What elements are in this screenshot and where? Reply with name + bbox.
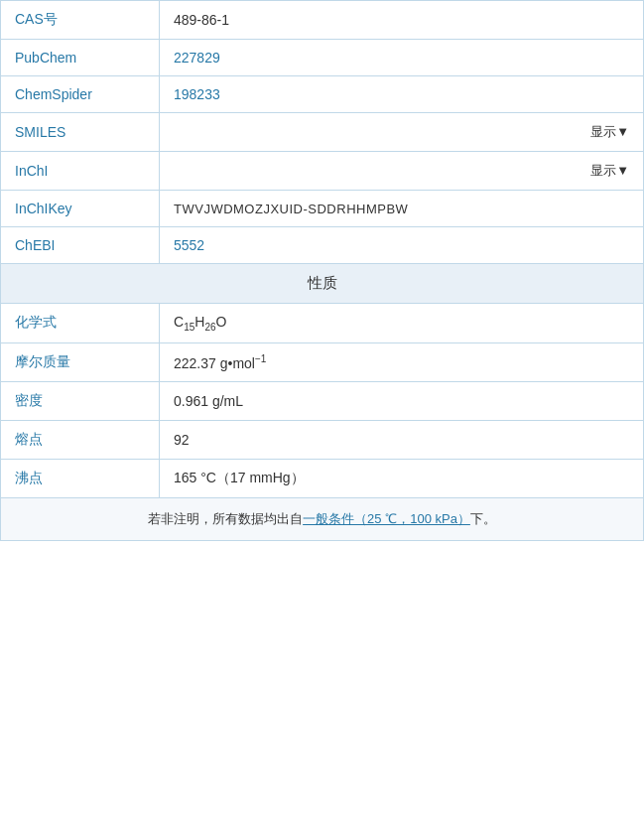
table-row-pubchem: PubChem 227829 — [1, 40, 644, 76]
value-molar-mass: 222.37 g•mol−1 — [160, 342, 644, 381]
label-inchikey: InChIKey — [1, 191, 160, 227]
chebi-link[interactable]: 5552 — [174, 237, 204, 253]
footer-text-before: 若非注明，所有数据均出自 — [148, 511, 303, 526]
value-boiling-point: 165 °C（17 mmHg） — [160, 459, 644, 497]
footer-text: 若非注明，所有数据均出自一般条件（25 ℃，100 kPa）下。 — [1, 497, 644, 540]
label-pubchem: PubChem — [1, 40, 160, 76]
chemspider-link[interactable]: 198233 — [174, 86, 220, 102]
value-cas: 489-86-1 — [160, 1, 644, 40]
section-header-label: 性质 — [1, 264, 644, 304]
table-row-chebi: ChEBI 5552 — [1, 227, 644, 264]
smiles-show-button[interactable]: 显示▼ — [590, 123, 629, 141]
label-cas: CAS号 — [1, 1, 160, 40]
label-chebi: ChEBI — [1, 227, 160, 264]
table-row-molar-mass: 摩尔质量 222.37 g•mol−1 — [1, 342, 644, 381]
inchi-show-button[interactable]: 显示▼ — [590, 162, 629, 180]
label-molar-mass: 摩尔质量 — [1, 342, 160, 381]
label-chemspider: ChemSpider — [1, 76, 160, 113]
table-row-formula: 化学式 C15H26O — [1, 304, 644, 343]
label-melting-point: 熔点 — [1, 420, 160, 459]
chemistry-table: CAS号 489-86-1 PubChem 227829 ChemSpider … — [0, 0, 644, 541]
table-row-boiling-point: 沸点 165 °C（17 mmHg） — [1, 459, 644, 497]
value-melting-point: 92 — [160, 420, 644, 459]
footer-text-after: 下。 — [470, 511, 496, 526]
value-density: 0.961 g/mL — [160, 381, 644, 420]
table-row-inchikey: InChIKey TWVJWDMOZJXUID-SDDRHHMPBW — [1, 191, 644, 227]
label-inchi: InChI — [1, 152, 160, 191]
footer-row: 若非注明，所有数据均出自一般条件（25 ℃，100 kPa）下。 — [1, 497, 644, 540]
table-row-smiles: SMILES 显示▼ — [1, 113, 644, 152]
value-inchi[interactable]: 显示▼ — [160, 152, 644, 191]
value-chemspider[interactable]: 198233 — [160, 76, 644, 113]
value-smiles[interactable]: 显示▼ — [160, 113, 644, 152]
table-row-density: 密度 0.961 g/mL — [1, 381, 644, 420]
pubchem-link[interactable]: 227829 — [174, 50, 220, 66]
table-row-chemspider: ChemSpider 198233 — [1, 76, 644, 113]
table-row-cas: CAS号 489-86-1 — [1, 1, 644, 40]
label-boiling-point: 沸点 — [1, 459, 160, 497]
label-density: 密度 — [1, 381, 160, 420]
label-formula: 化学式 — [1, 304, 160, 343]
table-row-melting-point: 熔点 92 — [1, 420, 644, 459]
value-chebi[interactable]: 5552 — [160, 227, 644, 264]
value-formula: C15H26O — [160, 304, 644, 343]
value-pubchem[interactable]: 227829 — [160, 40, 644, 76]
section-header-properties: 性质 — [1, 264, 644, 304]
label-smiles: SMILES — [1, 113, 160, 152]
value-inchikey: TWVJWDMOZJXUID-SDDRHHMPBW — [160, 191, 644, 227]
footer-link[interactable]: 一般条件（25 ℃，100 kPa） — [303, 511, 470, 526]
table-row-inchi: InChI 显示▼ — [1, 152, 644, 191]
